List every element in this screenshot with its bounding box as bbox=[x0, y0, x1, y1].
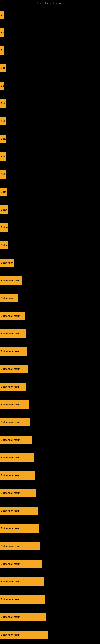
bar-34: Bottleneck result bbox=[0, 613, 47, 621]
bar-label-15: Bottleneck resu bbox=[1, 279, 19, 282]
bar-row: Bottleneck result bbox=[0, 342, 100, 360]
bar-19: Bottleneck result bbox=[0, 347, 27, 356]
bar-label-28: Bottleneck result bbox=[1, 509, 20, 512]
bar-row: Bottleneck bbox=[0, 254, 100, 272]
bar-label-27: Bottleneck result bbox=[1, 492, 20, 494]
bar-15: Bottleneck resu bbox=[0, 276, 22, 285]
bar-label-13: Bottle bbox=[1, 244, 8, 246]
bar-row: Bott bbox=[0, 130, 100, 148]
bar-24: Bottleneck result bbox=[0, 436, 32, 444]
bar-row: Bo bbox=[0, 42, 100, 59]
bar-label-2: Bo bbox=[1, 49, 4, 52]
bar-row: Bottl bbox=[0, 183, 100, 201]
bar-label-26: Bottleneck result bbox=[1, 474, 20, 477]
bar-row: Bot bbox=[0, 112, 100, 130]
bar-row: Bottleneck result bbox=[0, 484, 100, 502]
bar-row: Bottleneck result bbox=[0, 325, 100, 342]
bar-label-1: Bo bbox=[1, 31, 4, 34]
bar-row: Bottleneck result bbox=[0, 520, 100, 537]
bar-label-24: Bottleneck result bbox=[1, 438, 20, 441]
bar-row: Bottleneck result bbox=[0, 608, 100, 626]
bar-label-3: Bot bbox=[1, 66, 5, 70]
bar-label-31: Bottleneck result bbox=[1, 562, 20, 565]
bar-label-4: Bo bbox=[1, 84, 4, 87]
bar-label-23: Bottleneck result bbox=[1, 421, 20, 424]
bar-label-17: Bottleneck result bbox=[1, 314, 20, 317]
bar-6: Bot bbox=[0, 117, 6, 126]
bar-12: Bottle bbox=[0, 223, 8, 232]
bar-row: Bott bbox=[0, 148, 100, 166]
bar-label-18: Bottleneck result bbox=[1, 332, 20, 335]
bar-row: Bottleneck result bbox=[0, 413, 100, 431]
bar-row: Bottleneck result bbox=[0, 537, 100, 555]
bar-label-10: Bottl bbox=[1, 190, 6, 194]
bar-row: Bott bbox=[0, 166, 100, 183]
bar-5: Bott bbox=[0, 99, 6, 108]
bar-35: Bottleneck result bbox=[0, 630, 48, 639]
bar-row: Bottleneck result bbox=[0, 431, 100, 449]
bar-label-25: Bottleneck result bbox=[1, 456, 20, 459]
bar-7: Bott bbox=[0, 135, 6, 143]
bar-label-20: Bottleneck result bbox=[1, 368, 20, 370]
bar-label-16: Bottleneck r bbox=[1, 297, 15, 300]
bar-14: Bottleneck bbox=[0, 258, 14, 267]
bar-30: Bottleneck result bbox=[0, 542, 40, 550]
bar-label-21: Bottleneck resu bbox=[1, 386, 19, 388]
bar-33: Bottleneck result bbox=[0, 595, 45, 604]
site-title: TheBottlenecker.com bbox=[0, 0, 100, 6]
bar-label-29: Bottleneck result bbox=[1, 527, 20, 530]
bar-row: Bottleneck result bbox=[0, 307, 100, 325]
bar-row: Bottleneck result bbox=[0, 626, 100, 644]
bar-31: Bottleneck result bbox=[0, 560, 42, 568]
bar-26: Bottleneck result bbox=[0, 471, 35, 480]
bar-row: Bottleneck result bbox=[0, 466, 100, 484]
bar-label-5: Bott bbox=[1, 102, 6, 105]
bar-row: Bottleneck resu bbox=[0, 272, 100, 290]
bar-row: B bbox=[0, 6, 100, 24]
bar-11: Bottle bbox=[0, 206, 8, 214]
bar-9: Bott bbox=[0, 170, 6, 178]
bar-1: Bo bbox=[0, 28, 4, 37]
bar-17: Bottleneck result bbox=[0, 312, 25, 320]
bar-row: Bottleneck resu bbox=[0, 378, 100, 396]
bar-13: Bottle bbox=[0, 241, 8, 249]
bar-row: Bottleneck result bbox=[0, 573, 100, 590]
bar-label-35: Bottleneck result bbox=[1, 633, 20, 636]
bar-row: Bottle bbox=[0, 236, 100, 254]
bars-container: BBoBoBotBoBottBotBottBottBottBottlBottle… bbox=[0, 6, 100, 644]
bar-row: Bottle bbox=[0, 218, 100, 236]
bar-row: Bottleneck r bbox=[0, 290, 100, 307]
bar-label-32: Bottleneck result bbox=[1, 580, 20, 583]
bar-23: Bottleneck result bbox=[0, 418, 30, 426]
bar-row: Bott bbox=[0, 94, 100, 112]
bar-row: Bottle bbox=[0, 201, 100, 218]
bar-label-22: Bottleneck result bbox=[1, 403, 20, 406]
bar-22: Bottleneck result bbox=[0, 400, 29, 409]
bar-label-30: Bottleneck result bbox=[1, 545, 20, 548]
bar-row: Bottleneck result bbox=[0, 555, 100, 573]
bar-row: Bottleneck result bbox=[0, 449, 100, 466]
bar-label-7: Bott bbox=[1, 138, 6, 140]
bar-21: Bottleneck resu bbox=[0, 382, 26, 391]
bar-label-34: Bottleneck result bbox=[1, 616, 20, 618]
bar-row: Bottleneck result bbox=[0, 360, 100, 378]
bar-18: Bottleneck result bbox=[0, 330, 26, 338]
bar-row: Bottleneck result bbox=[0, 502, 100, 520]
bar-label-33: Bottleneck result bbox=[1, 598, 20, 601]
bar-label-12: Bottle bbox=[1, 226, 8, 229]
bar-label-14: Bottleneck bbox=[1, 262, 13, 264]
bar-label-6: Bot bbox=[1, 120, 5, 122]
bar-27: Bottleneck result bbox=[0, 489, 36, 497]
bar-row: Bot bbox=[0, 59, 100, 77]
bar-20: Bottleneck result bbox=[0, 365, 28, 373]
bar-25: Bottleneck result bbox=[0, 454, 34, 462]
bar-28: Bottleneck result bbox=[0, 506, 38, 515]
bar-2: Bo bbox=[0, 46, 4, 54]
bar-16: Bottleneck r bbox=[0, 294, 18, 302]
bar-row: Bottleneck result bbox=[0, 590, 100, 608]
bar-label-11: Bottle bbox=[1, 208, 8, 211]
bar-32: Bottleneck result bbox=[0, 578, 44, 586]
bar-row: Bo bbox=[0, 77, 100, 94]
bar-label-9: Bott bbox=[1, 173, 6, 176]
bar-row: Bottleneck result bbox=[0, 396, 100, 413]
